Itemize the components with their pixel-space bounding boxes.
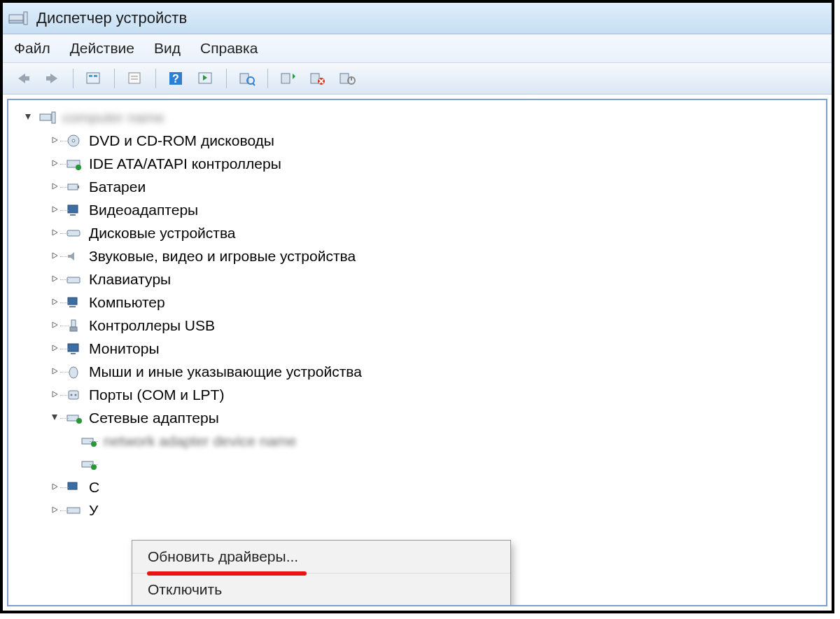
expand-icon[interactable]: [50, 228, 59, 237]
tree-node[interactable]: Порты (COM и LPT): [17, 383, 826, 406]
expand-icon[interactable]: [50, 205, 59, 214]
annotation-underline: [147, 571, 307, 576]
tree-node[interactable]: Батареи: [17, 175, 826, 198]
tree-label: Мониторы: [89, 340, 160, 357]
svg-point-48: [76, 418, 82, 424]
menu-action[interactable]: Действие: [70, 40, 134, 57]
svg-rect-17: [281, 74, 290, 83]
expand-icon[interactable]: [50, 482, 59, 492]
computer-icon: [8, 11, 28, 26]
tree-label: С: [89, 479, 101, 496]
properties-button[interactable]: [123, 68, 147, 89]
tree-node[interactable]: Звуковые, видео и игровые устройства: [17, 244, 826, 267]
svg-rect-2: [24, 12, 27, 25]
tree-subnode[interactable]: network adapter device name: [17, 429, 826, 452]
svg-rect-31: [68, 184, 78, 190]
root-label: computer name: [62, 109, 164, 126]
show-hidden-button[interactable]: [82, 68, 106, 89]
menu-file[interactable]: Файл: [14, 40, 50, 57]
svg-point-43: [69, 367, 78, 378]
tree-root[interactable]: computer name: [17, 106, 826, 129]
svg-point-52: [91, 464, 97, 470]
network-adapter-icon: [65, 410, 83, 426]
tree-node[interactable]: Контроллеры USB: [17, 314, 826, 337]
svg-rect-3: [24, 76, 29, 81]
tree-node[interactable]: Видеоадаптеры: [17, 198, 826, 221]
toolbar-separator: [114, 69, 115, 88]
tree-subnode[interactable]: [17, 452, 826, 475]
titlebar: Диспетчер устройств: [3, 3, 832, 34]
tree-node[interactable]: Мониторы: [17, 337, 826, 360]
tree-label: Компьютер: [89, 294, 165, 311]
forward-button[interactable]: [41, 68, 64, 89]
disable-button[interactable]: [335, 68, 359, 89]
svg-point-30: [76, 165, 81, 170]
expand-icon[interactable]: [50, 182, 59, 191]
network-adapter-icon: [80, 433, 98, 449]
show-all-button[interactable]: [194, 68, 218, 89]
svg-rect-33: [68, 205, 78, 213]
svg-rect-32: [78, 186, 79, 188]
svg-rect-22: [340, 74, 349, 83]
back-button[interactable]: [11, 68, 35, 89]
expand-icon[interactable]: [50, 251, 59, 260]
ctx-update-drivers[interactable]: Обновить драйверы...: [132, 541, 510, 573]
tree-node[interactable]: Компьютер: [17, 291, 826, 314]
svg-line-16: [253, 83, 255, 85]
scan-hardware-button[interactable]: [235, 68, 259, 89]
collapse-icon[interactable]: [50, 413, 59, 422]
svg-rect-38: [69, 306, 76, 307]
expand-icon[interactable]: [50, 344, 59, 353]
svg-rect-25: [40, 114, 51, 120]
expand-icon[interactable]: [50, 159, 59, 168]
svg-rect-4: [46, 76, 52, 81]
tree-node[interactable]: IDE ATA/ATAPI контроллеры: [17, 152, 826, 175]
system-device-icon: [65, 480, 83, 495]
uninstall-button[interactable]: [306, 68, 330, 89]
dvd-icon: [65, 133, 83, 148]
update-driver-button[interactable]: [276, 68, 300, 89]
svg-rect-54: [67, 508, 80, 513]
tree-label: Звуковые, видео и игровые устройства: [89, 248, 356, 265]
network-adapter-icon: [80, 457, 98, 472]
tree-node[interactable]: Дисковые устройства: [17, 221, 826, 244]
expand-icon[interactable]: [50, 506, 59, 515]
expand-icon[interactable]: [50, 390, 59, 399]
svg-rect-35: [67, 230, 80, 236]
svg-rect-6: [89, 75, 92, 77]
collapse-icon[interactable]: [24, 113, 33, 122]
tree-label: DVD и CD-ROM дисководы: [89, 132, 274, 149]
menu-help[interactable]: Справка: [200, 40, 258, 57]
tree-label: Контроллеры USB: [89, 317, 215, 334]
expand-icon[interactable]: [50, 321, 59, 330]
svg-rect-40: [70, 327, 77, 331]
svg-point-45: [71, 394, 73, 396]
expand-icon[interactable]: [50, 136, 59, 145]
tree-node[interactable]: У: [17, 499, 826, 522]
tree-node-network[interactable]: Сетевые адаптеры: [17, 406, 826, 429]
svg-rect-1: [9, 20, 23, 23]
hid-icon: [65, 503, 83, 518]
tree-node[interactable]: Мыши и иные указывающие устройства: [17, 360, 826, 383]
ctx-disable[interactable]: Отключить: [132, 573, 510, 606]
menu-view[interactable]: Вид: [154, 40, 181, 57]
svg-rect-26: [52, 112, 55, 123]
help-button[interactable]: ?: [164, 68, 188, 89]
svg-rect-42: [71, 353, 76, 354]
tree-label: network adapter device name: [104, 433, 297, 450]
port-icon: [65, 387, 83, 403]
disk-drive-icon: [65, 225, 83, 241]
toolbar-separator: [73, 69, 74, 88]
svg-rect-8: [129, 73, 140, 83]
svg-point-50: [91, 441, 97, 447]
expand-icon[interactable]: [50, 274, 59, 284]
svg-rect-5: [87, 73, 99, 83]
tree-node[interactable]: Клавиатуры: [17, 267, 826, 291]
expand-icon[interactable]: [50, 367, 59, 376]
computer-icon: [65, 295, 83, 310]
window-title: Диспетчер устройств: [36, 9, 187, 27]
expand-icon[interactable]: [50, 298, 59, 307]
tree-node[interactable]: DVD и CD-ROM дисководы: [17, 129, 826, 152]
tree-node[interactable]: С: [17, 475, 826, 499]
ide-controller-icon: [65, 156, 83, 172]
